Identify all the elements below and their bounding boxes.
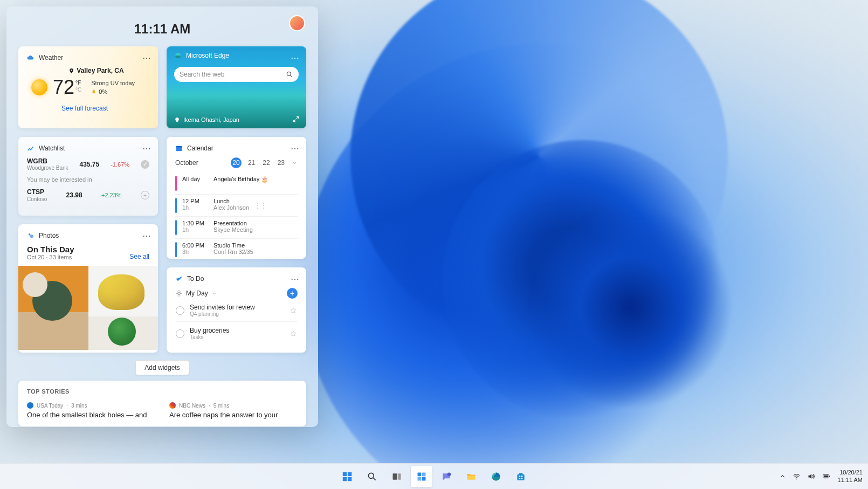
star-icon[interactable] [290, 307, 297, 314]
on-this-day-sub: Oct 20 · 33 items [27, 254, 74, 260]
unit-celsius[interactable]: °C [75, 87, 81, 93]
task-row[interactable]: Send invites for review Q4 planning [175, 299, 298, 322]
weather-widget[interactable]: Weather ⋯ Valley Park, CA 72 °F °C [18, 46, 158, 128]
svg-rect-19 [348, 477, 352, 480]
start-button[interactable] [336, 466, 358, 487]
taskbar: 10/20/21 11:11 AM [0, 463, 868, 489]
photos-more-button[interactable]: ⋯ [141, 230, 153, 242]
photos-title: Photos [39, 232, 59, 239]
edge-more-button[interactable]: ⋯ [289, 52, 301, 64]
task-view-button[interactable] [386, 466, 408, 487]
calendar-icon [175, 144, 183, 152]
calendar-day[interactable]: 21 [247, 158, 256, 168]
story-headline: One of the smallest black holes — and [27, 411, 155, 419]
edge-widget[interactable]: Microsoft Edge ⋯ Search the web Ikema Oh… [167, 46, 306, 128]
expand-icon[interactable] [292, 115, 300, 123]
add-task-button[interactable]: + [287, 288, 298, 299]
store-button[interactable] [510, 466, 532, 487]
task-checkbox[interactable] [176, 329, 184, 338]
todo-widget[interactable]: To Do ⋯ My Day + [167, 267, 306, 353]
location-pin-icon [68, 68, 74, 74]
svg-point-1 [30, 235, 33, 238]
calendar-event[interactable]: 1:30 PM 1h Presentation Skype Meeting [175, 216, 298, 238]
file-explorer-button[interactable] [460, 466, 482, 487]
stock-price: 435.75 [80, 161, 100, 168]
photo-thumb[interactable] [18, 266, 88, 350]
stock-row-ctsp[interactable]: CTSP Contoso 23.98 +2.23% + [27, 188, 149, 202]
svg-line-4 [291, 75, 292, 77]
chevron-down-icon[interactable] [291, 160, 298, 166]
calendar-title: Calendar [187, 144, 213, 152]
taskbar-time: 11:11 AM [838, 477, 863, 484]
photos-widget[interactable]: Photos ⋯ On This Day Oct 20 · 33 items S… [18, 224, 158, 353]
svg-rect-31 [519, 473, 523, 474]
task-row[interactable]: Buy groceries Tasks [175, 322, 298, 345]
source-logo-icon [169, 402, 176, 409]
svg-rect-6 [176, 146, 182, 147]
search-placeholder: Search the web [180, 71, 224, 78]
chat-button[interactable] [436, 466, 457, 487]
svg-point-36 [796, 479, 797, 480]
watchlist-title: Watchlist [39, 144, 65, 152]
taskbar-search-button[interactable] [361, 466, 383, 487]
battery-icon[interactable] [822, 472, 831, 480]
star-icon[interactable] [290, 330, 297, 338]
weather-more-button[interactable]: ⋯ [141, 52, 153, 64]
wifi-icon[interactable] [793, 472, 801, 480]
weather-location: Valley Park, CA [77, 67, 123, 74]
calendar-event[interactable]: All day Angela's Birthday 🎂 [175, 173, 298, 194]
location-pin-icon [174, 117, 180, 123]
top-stories-widget[interactable]: TOP STORIES USA Today · 3 mins One of th… [18, 381, 306, 426]
photo-thumbnails[interactable] [18, 266, 158, 350]
widgets-button[interactable] [411, 466, 432, 487]
taskbar-clock[interactable]: 10/20/21 11:11 AM [838, 469, 863, 483]
calendar-event[interactable]: 12 PM 1h Lunch Alex Johnson ⋮⋮ [175, 194, 298, 216]
see-full-forecast-link[interactable]: See full forecast [61, 105, 149, 112]
photo-thumb[interactable] [88, 266, 159, 350]
story-item[interactable]: USA Today · 3 mins One of the smallest b… [27, 402, 155, 419]
droplet-icon [91, 89, 97, 94]
todo-more-button[interactable]: ⋯ [289, 273, 301, 285]
see-all-link[interactable]: See all [129, 253, 149, 260]
weather-summary: Strong UV today [91, 79, 135, 88]
stock-check-chip[interactable]: ✓ [141, 160, 149, 169]
svg-line-12 [177, 291, 177, 292]
calendar-widget[interactable]: Calendar ⋯ October 20 21 22 23 Al [167, 137, 306, 259]
stock-change: +2.23% [101, 192, 122, 198]
calendar-event[interactable]: 6:00 PM 3h Studio Time Conf Rm 32/35 [175, 238, 298, 260]
story-source: USA Today [37, 403, 63, 409]
watchlist-widget[interactable]: Watchlist ⋯ WGRB Woodgrove Bank 435.75 -… [18, 137, 158, 216]
svg-line-14 [181, 291, 181, 292]
stock-row-wgrb[interactable]: WGRB Woodgrove Bank 435.75 -1.67% ✓ [27, 157, 149, 171]
edge-title: Microsoft Edge [186, 52, 229, 59]
todo-icon [175, 275, 183, 283]
svg-point-28 [447, 472, 451, 476]
svg-rect-18 [343, 477, 347, 480]
story-age: 3 mins [71, 403, 87, 409]
add-widgets-button[interactable]: Add widgets [135, 360, 189, 375]
edge-search-input[interactable]: Search the web [174, 67, 299, 82]
myday-label[interactable]: My Day [186, 290, 208, 297]
svg-line-13 [181, 295, 181, 295]
tray-chevron-icon[interactable] [779, 473, 786, 480]
svg-rect-34 [519, 478, 521, 479]
weather-icon [27, 54, 35, 61]
user-avatar[interactable] [289, 15, 305, 31]
calendar-day[interactable]: 23 [277, 158, 286, 168]
event-drag-handle[interactable]: ⋮⋮ [254, 202, 266, 209]
edge-button[interactable] [485, 466, 507, 487]
watchlist-more-button[interactable]: ⋯ [141, 142, 153, 154]
calendar-day[interactable]: 20 [231, 157, 242, 168]
calendar-day[interactable]: 22 [261, 158, 271, 168]
source-logo-icon [27, 402, 33, 409]
weather-precip: 0% [99, 87, 107, 97]
stock-add-chip[interactable]: + [141, 191, 149, 199]
watchlist-icon [27, 144, 35, 152]
volume-icon[interactable] [807, 472, 815, 480]
story-headline: Are coffee naps the answer to your [169, 411, 298, 419]
chevron-down-icon[interactable] [211, 291, 217, 297]
story-item[interactable]: NBC News · 5 mins Are coffee naps the an… [169, 402, 298, 419]
unit-fahrenheit[interactable]: °F [75, 80, 81, 86]
task-checkbox[interactable] [176, 306, 184, 315]
calendar-more-button[interactable]: ⋯ [289, 142, 301, 154]
